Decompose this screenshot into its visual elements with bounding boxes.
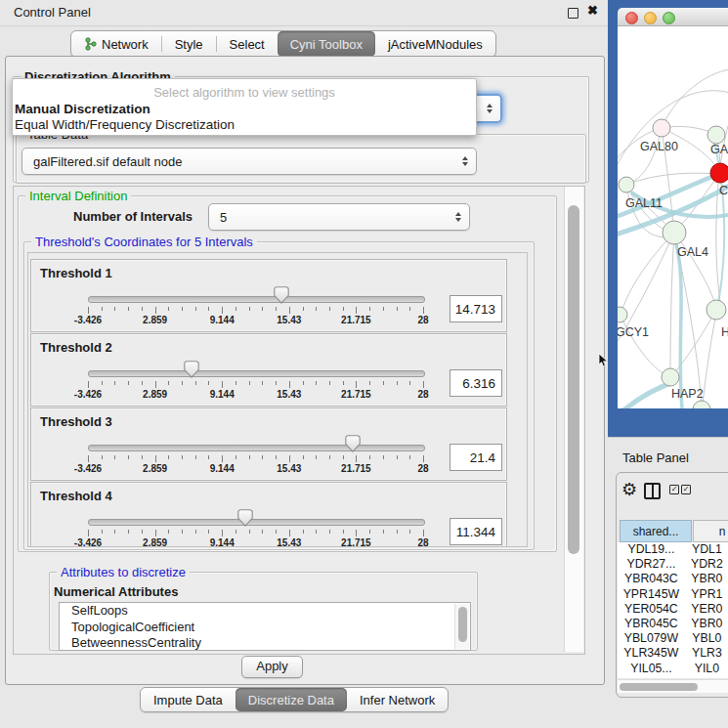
cell-name[interactable]: YBR0 xyxy=(685,572,728,586)
tab-discretize-data[interactable]: Discretize Data xyxy=(236,688,347,711)
cell-shared-name[interactable]: YDL19... xyxy=(618,542,685,557)
attributes-scrollbar[interactable] xyxy=(454,604,469,649)
cell-name[interactable]: YPR1 xyxy=(685,587,728,602)
network-node[interactable] xyxy=(707,300,726,320)
threshold-label: Threshold 3 xyxy=(40,414,112,429)
tab-jactivemnodules[interactable]: jActiveMNodules xyxy=(375,31,495,57)
slider-tick xyxy=(329,381,330,385)
network-node[interactable] xyxy=(693,401,710,408)
network-node[interactable] xyxy=(619,177,634,193)
network-edge xyxy=(703,313,716,405)
slider-tick xyxy=(182,530,183,534)
table-row[interactable]: YDR27...YDR2 xyxy=(618,557,728,572)
table-row[interactable]: YPR145WYPR1 xyxy=(618,587,728,602)
algorithm-option[interactable]: Manual Discretization xyxy=(15,102,472,116)
table-horizontal-scrollbar[interactable] xyxy=(618,679,728,693)
combo-stepper-icon xyxy=(481,104,500,113)
tab-cyni-toolbox[interactable]: Cyni Toolbox xyxy=(278,31,375,57)
cell-shared-name[interactable]: YPR145W xyxy=(618,587,685,602)
table-row[interactable]: YDL19...YDL1 xyxy=(618,542,728,557)
cell-name[interactable]: YLR3 xyxy=(685,646,728,661)
table-row[interactable]: YBR045CYBR0 xyxy=(618,617,728,631)
table-row[interactable]: YIL05...YIL0 xyxy=(618,662,728,676)
cell-name[interactable]: YER0 xyxy=(685,602,728,617)
slider-tick xyxy=(383,307,384,311)
tab-infer-network[interactable]: Infer Network xyxy=(347,688,448,711)
minimize-traffic-light-icon[interactable] xyxy=(644,12,657,24)
attribute-list-item[interactable]: TopologicalCoefficient xyxy=(60,620,470,636)
threshold-value-field[interactable]: 6.316 xyxy=(450,369,502,397)
attribute-list-item[interactable]: SelfLoops xyxy=(60,603,470,620)
threshold-value-field[interactable]: 21.4 xyxy=(450,444,502,471)
threshold-slider-track[interactable] xyxy=(88,296,425,303)
cell-name[interactable]: YBR0 xyxy=(685,617,728,631)
network-node[interactable] xyxy=(618,307,627,322)
column-header-name[interactable]: n xyxy=(693,520,728,542)
table-row[interactable]: YBR043CYBR0 xyxy=(618,572,728,586)
threshold-slider-track[interactable] xyxy=(88,519,425,526)
cell-shared-name[interactable]: YBR045C xyxy=(618,617,685,631)
table-row[interactable]: YBL079WYBL0 xyxy=(618,631,728,646)
threshold-slider-thumb[interactable] xyxy=(274,286,289,304)
cell-name[interactable]: YDR2 xyxy=(685,557,728,572)
threshold-value-field[interactable]: 11.344 xyxy=(450,518,502,545)
table-data-combobox[interactable]: galFiltered.sif default node xyxy=(21,148,477,175)
gear-icon[interactable]: ⚙ xyxy=(621,481,637,498)
apply-button[interactable]: Apply xyxy=(241,656,303,678)
scrollbar-thumb[interactable] xyxy=(568,205,579,554)
checkbox-icon[interactable]: ✓ xyxy=(681,485,691,494)
column-header-shared-name[interactable]: shared... xyxy=(620,520,692,542)
threshold-slider-track[interactable] xyxy=(88,370,425,377)
threshold-slider-thumb[interactable] xyxy=(345,435,361,452)
slider-tick xyxy=(409,455,410,459)
slider-tick-label: 9.144 xyxy=(196,537,247,547)
cell-shared-name[interactable]: YBR043C xyxy=(618,572,685,586)
table-row[interactable]: YER054CYER0 xyxy=(618,602,728,617)
cell-name[interactable]: YIL0 xyxy=(685,662,728,676)
slider-tick xyxy=(289,530,290,536)
close-traffic-light-icon[interactable] xyxy=(625,12,638,24)
tab-impute-data[interactable]: Impute Data xyxy=(141,688,236,711)
tab-select[interactable]: Select xyxy=(217,31,278,57)
number-of-intervals-combobox[interactable]: 5 xyxy=(208,203,470,231)
slider-tick xyxy=(316,381,317,385)
close-icon[interactable]: ✖ xyxy=(587,3,598,18)
cell-shared-name[interactable]: YLR345W xyxy=(618,646,685,661)
cell-name[interactable]: YBL0 xyxy=(685,631,728,646)
network-node[interactable] xyxy=(663,221,686,244)
threshold-slider-thumb[interactable] xyxy=(184,361,199,378)
scrollbar-thumb[interactable] xyxy=(620,683,698,691)
slider-tick xyxy=(155,307,156,314)
slider-tick-label: 21.715 xyxy=(330,315,381,325)
cell-shared-name[interactable]: YDR27... xyxy=(618,557,685,572)
threshold-slider-track[interactable] xyxy=(88,445,425,451)
threshold-panel: Threshold 4-3.4262.8599.14415.4321.71528… xyxy=(30,482,507,547)
tab-network[interactable]: Network xyxy=(71,31,161,57)
table-row[interactable]: YLR345WYLR3 xyxy=(618,646,728,661)
checkbox-icon[interactable]: ✓ xyxy=(669,485,679,494)
zoom-traffic-light-icon[interactable] xyxy=(663,12,675,24)
threshold-slider-thumb[interactable] xyxy=(237,509,253,527)
network-window-titlebar[interactable] xyxy=(618,8,728,26)
attribute-list-item[interactable]: BetweennessCentrality xyxy=(60,635,470,651)
network-node-label: GAL11 xyxy=(625,196,663,210)
slider-tick xyxy=(102,381,103,385)
network-node[interactable] xyxy=(710,163,728,183)
network-canvas[interactable]: GAL80GACGAL11GAL4GCY1HHAP2 xyxy=(618,26,728,408)
cell-shared-name[interactable]: YER054C xyxy=(618,602,685,617)
column-pane-icon[interactable] xyxy=(644,483,661,499)
float-window-icon[interactable] xyxy=(568,8,578,19)
network-node[interactable] xyxy=(707,126,725,144)
network-node[interactable] xyxy=(653,119,670,137)
slider-tick xyxy=(195,455,196,459)
tab-label: Infer Network xyxy=(360,693,435,707)
algorithm-option[interactable]: Equal Width/Frequency Discretization xyxy=(15,117,472,132)
cell-shared-name[interactable]: YBL079W xyxy=(618,631,685,646)
network-node-label: GAL80 xyxy=(640,140,678,153)
threshold-value-field[interactable]: 14.713 xyxy=(450,295,502,322)
network-node[interactable] xyxy=(662,368,679,386)
cell-shared-name[interactable]: YIL05... xyxy=(618,662,685,676)
scrollbar-thumb[interactable] xyxy=(458,607,467,642)
tab-style[interactable]: Style xyxy=(162,31,216,57)
cell-name[interactable]: YDL1 xyxy=(685,542,728,557)
